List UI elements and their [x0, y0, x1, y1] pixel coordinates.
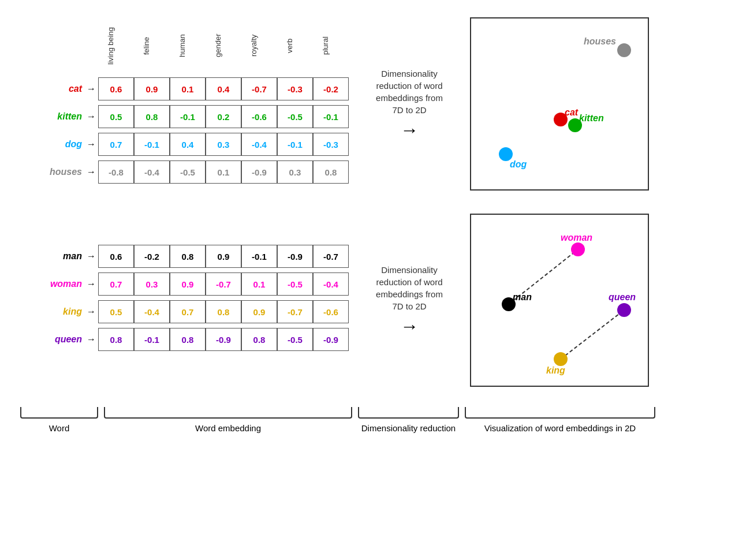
word-arrow-king: →: [87, 307, 96, 317]
cell-dog-5: -0.1: [277, 133, 313, 156]
cell-kitten-1: 0.8: [134, 105, 170, 128]
cell-cat-3: 0.4: [206, 77, 241, 100]
top-section: living beingfelinehumangenderroyaltyverb…: [17, 17, 733, 191]
top-arrow: →: [400, 120, 419, 141]
svg-point-6: [617, 43, 631, 57]
top-dr-text: Dimensionality reduction of word embeddi…: [372, 68, 447, 116]
bottom-arrow: →: [400, 316, 419, 337]
cell-woman-4: 0.1: [241, 272, 277, 296]
top-dr-section: Dimensionality reduction of word embeddi…: [372, 68, 447, 141]
cell-houses-4: -0.9: [241, 160, 277, 184]
word-label-houses: houses: [17, 167, 87, 177]
cell-king-1: -0.4: [134, 300, 170, 323]
col-header-plural: plural: [307, 20, 343, 72]
word-row-queen: queen→0.8-0.10.8-0.90.8-0.5-0.9: [17, 328, 349, 351]
cells-kitten: 0.50.8-0.10.2-0.6-0.5-0.1: [98, 105, 349, 128]
footer-label-3: Visualization of word embeddings in 2D: [484, 423, 636, 433]
word-label-kitten: kitten: [17, 111, 87, 122]
footer-label-2: Dimensionality reduction: [361, 423, 456, 433]
cells-woman: 0.70.30.9-0.70.1-0.5-0.4: [98, 272, 349, 296]
col-header-verb: verb: [271, 20, 307, 72]
bottom-section: man→0.6-0.20.80.9-0.1-0.9-0.7woman→0.70.…: [17, 214, 733, 387]
svg-point-12: [571, 242, 585, 256]
top-col-headers: living beingfelinehumangenderroyaltyverb…: [92, 20, 349, 72]
cell-dog-3: 0.3: [206, 133, 241, 156]
cell-man-0: 0.6: [98, 245, 134, 268]
cell-queen-3: -0.9: [206, 328, 241, 351]
top-viz-svg: catkittendoghouses: [471, 18, 650, 192]
svg-line-9: [561, 310, 624, 359]
word-row-kitten: kitten→0.50.8-0.10.2-0.6-0.5-0.1: [17, 105, 349, 128]
cell-king-4: 0.9: [241, 300, 277, 323]
word-row-king: king→0.5-0.40.70.80.9-0.7-0.6: [17, 300, 349, 323]
cell-woman-5: -0.5: [277, 272, 313, 296]
word-label-man: man: [17, 251, 87, 262]
footer-label-0: Word: [49, 423, 70, 433]
word-arrow-houses: →: [87, 167, 96, 177]
word-row-houses: houses→-0.8-0.4-0.50.1-0.90.30.8: [17, 160, 349, 184]
svg-text:man: man: [513, 292, 532, 302]
col-header-living-being: living being: [92, 20, 128, 72]
word-arrow-cat: →: [87, 84, 96, 94]
cell-kitten-3: 0.2: [206, 105, 241, 128]
cell-dog-2: 0.4: [170, 133, 206, 156]
cell-man-2: 0.8: [170, 245, 206, 268]
cell-man-4: -0.1: [241, 245, 277, 268]
cell-cat-0: 0.6: [98, 77, 134, 100]
footer-brace-2: [358, 407, 459, 419]
cell-dog-0: 0.7: [98, 133, 134, 156]
svg-text:houses: houses: [584, 36, 616, 46]
svg-point-14: [554, 352, 568, 366]
cell-dog-4: -0.4: [241, 133, 277, 156]
cell-houses-2: -0.5: [170, 160, 206, 184]
cell-cat-5: -0.3: [277, 77, 313, 100]
svg-text:woman: woman: [561, 233, 592, 242]
word-label-king: king: [17, 307, 87, 317]
cell-cat-1: 0.9: [134, 77, 170, 100]
cell-cat-4: -0.7: [241, 77, 277, 100]
cell-man-5: -0.9: [277, 245, 313, 268]
cell-kitten-6: -0.1: [313, 105, 349, 128]
cell-queen-2: 0.8: [170, 328, 206, 351]
cell-king-3: 0.8: [206, 300, 241, 323]
word-label-queen: queen: [17, 334, 87, 345]
word-row-cat: cat→0.60.90.10.4-0.7-0.3-0.2: [17, 77, 349, 100]
cells-houses: -0.8-0.4-0.50.1-0.90.30.8: [98, 160, 349, 184]
cell-king-2: 0.7: [170, 300, 206, 323]
cell-queen-4: 0.8: [241, 328, 277, 351]
col-header-gender: gender: [200, 20, 236, 72]
footer-section-1: Word embedding: [101, 407, 355, 433]
top-viz-box: catkittendoghouses: [470, 17, 649, 191]
footer-brace-0: [20, 407, 98, 419]
svg-text:king: king: [546, 365, 565, 375]
cell-houses-0: -0.8: [98, 160, 134, 184]
cell-man-6: -0.7: [313, 245, 349, 268]
bottom-viz-box: manwomankingqueen: [470, 214, 649, 387]
bottom-dr-section: Dimensionality reduction of word embeddi…: [372, 264, 447, 337]
col-header-feline: feline: [128, 20, 164, 72]
cell-cat-6: -0.2: [313, 77, 349, 100]
col-header-royalty: royalty: [236, 20, 271, 72]
bottom-viz-svg: manwomankingqueen: [471, 215, 650, 388]
cell-dog-1: -0.1: [134, 133, 170, 156]
svg-point-16: [617, 303, 631, 317]
word-arrow-man: →: [87, 251, 96, 262]
cell-queen-5: -0.5: [277, 328, 313, 351]
cell-houses-6: 0.8: [313, 160, 349, 184]
footer-section-2: Dimensionality reduction: [355, 407, 462, 433]
cell-queen-1: -0.1: [134, 328, 170, 351]
cell-houses-1: -0.4: [134, 160, 170, 184]
cell-kitten-2: -0.1: [170, 105, 206, 128]
cell-queen-0: 0.8: [98, 328, 134, 351]
top-table-area: living beingfelinehumangenderroyaltyverb…: [17, 20, 349, 188]
cells-dog: 0.7-0.10.40.3-0.4-0.1-0.3: [98, 133, 349, 156]
main-container: living beingfelinehumangenderroyaltyverb…: [0, 0, 750, 445]
word-row-man: man→0.6-0.20.80.9-0.1-0.9-0.7: [17, 245, 349, 268]
footer-label-1: Word embedding: [195, 423, 261, 433]
svg-text:queen: queen: [609, 292, 636, 302]
cell-houses-3: 0.1: [206, 160, 241, 184]
cell-kitten-5: -0.5: [277, 105, 313, 128]
top-rows: cat→0.60.90.10.4-0.7-0.3-0.2kitten→0.50.…: [17, 77, 349, 188]
cells-cat: 0.60.90.10.4-0.7-0.3-0.2: [98, 77, 349, 100]
cell-kitten-0: 0.5: [98, 105, 134, 128]
